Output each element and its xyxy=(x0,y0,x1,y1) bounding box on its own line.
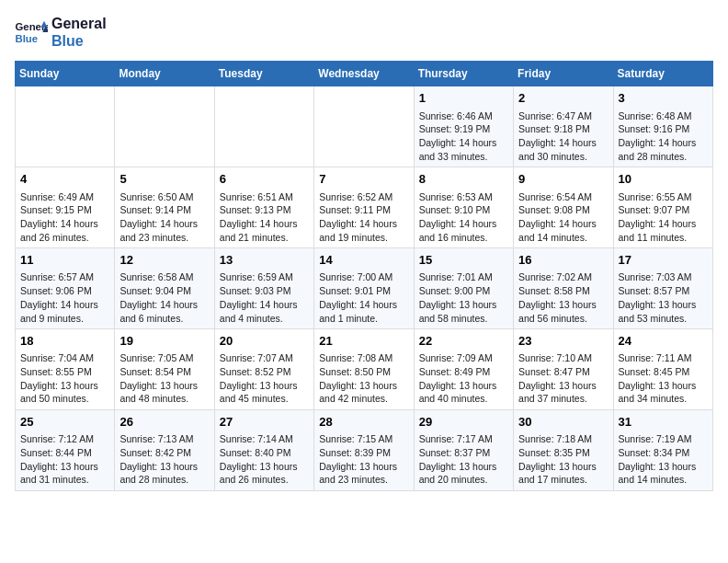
week-row-2: 11Sunrise: 6:57 AM Sunset: 9:06 PM Dayli… xyxy=(16,248,713,329)
day-info: Sunrise: 7:05 AM Sunset: 8:54 PM Dayligh… xyxy=(119,351,209,406)
day-info: Sunrise: 7:04 AM Sunset: 8:55 PM Dayligh… xyxy=(20,351,109,406)
day-cell: 27Sunrise: 7:14 AM Sunset: 8:40 PM Dayli… xyxy=(214,410,313,491)
day-info: Sunrise: 7:17 AM Sunset: 8:37 PM Dayligh… xyxy=(419,432,508,487)
day-info: Sunrise: 6:49 AM Sunset: 9:15 PM Dayligh… xyxy=(20,190,109,245)
day-number: 3 xyxy=(619,90,708,107)
day-number: 2 xyxy=(518,90,608,107)
day-info: Sunrise: 7:15 AM Sunset: 8:39 PM Dayligh… xyxy=(319,432,408,487)
week-row-3: 18Sunrise: 7:04 AM Sunset: 8:55 PM Dayli… xyxy=(16,329,713,410)
day-number: 16 xyxy=(518,252,608,269)
day-number: 7 xyxy=(319,171,408,188)
day-info: Sunrise: 6:47 AM Sunset: 9:18 PM Dayligh… xyxy=(518,109,608,164)
day-cell: 20Sunrise: 7:07 AM Sunset: 8:52 PM Dayli… xyxy=(214,329,313,410)
day-info: Sunrise: 7:13 AM Sunset: 8:42 PM Dayligh… xyxy=(119,432,209,487)
day-info: Sunrise: 7:00 AM Sunset: 9:01 PM Dayligh… xyxy=(319,270,408,325)
weekday-header-friday: Friday xyxy=(514,62,613,86)
week-row-1: 4Sunrise: 6:49 AM Sunset: 9:15 PM Daylig… xyxy=(16,167,713,248)
calendar-table: SundayMondayTuesdayWednesdayThursdayFrid… xyxy=(15,61,713,491)
day-number: 26 xyxy=(119,414,209,431)
day-info: Sunrise: 7:08 AM Sunset: 8:50 PM Dayligh… xyxy=(319,351,408,406)
day-number: 6 xyxy=(220,171,309,188)
day-cell: 19Sunrise: 7:05 AM Sunset: 8:54 PM Dayli… xyxy=(115,329,214,410)
svg-text:Blue: Blue xyxy=(16,33,39,44)
day-cell: 24Sunrise: 7:11 AM Sunset: 8:45 PM Dayli… xyxy=(613,329,712,410)
logo: General Blue General Blue xyxy=(15,15,107,50)
day-cell: 3Sunrise: 6:48 AM Sunset: 9:16 PM Daylig… xyxy=(613,86,712,167)
day-cell: 23Sunrise: 7:10 AM Sunset: 8:47 PM Dayli… xyxy=(514,329,613,410)
day-number: 25 xyxy=(20,414,109,431)
day-number: 29 xyxy=(419,414,508,431)
day-number: 13 xyxy=(220,252,309,269)
day-info: Sunrise: 6:58 AM Sunset: 9:04 PM Dayligh… xyxy=(119,270,209,325)
day-info: Sunrise: 6:46 AM Sunset: 9:19 PM Dayligh… xyxy=(419,109,508,164)
weekday-header-wednesday: Wednesday xyxy=(314,62,414,86)
day-info: Sunrise: 7:19 AM Sunset: 8:34 PM Dayligh… xyxy=(619,432,708,487)
day-number: 24 xyxy=(619,333,708,350)
day-info: Sunrise: 6:59 AM Sunset: 9:03 PM Dayligh… xyxy=(220,270,309,325)
day-cell: 22Sunrise: 7:09 AM Sunset: 8:49 PM Dayli… xyxy=(414,329,513,410)
week-row-4: 25Sunrise: 7:12 AM Sunset: 8:44 PM Dayli… xyxy=(16,410,713,491)
day-number: 28 xyxy=(319,414,408,431)
day-number: 18 xyxy=(20,333,109,350)
day-cell: 4Sunrise: 6:49 AM Sunset: 9:15 PM Daylig… xyxy=(16,167,115,248)
day-cell xyxy=(16,86,115,167)
day-number: 21 xyxy=(319,333,408,350)
day-cell: 11Sunrise: 6:57 AM Sunset: 9:06 PM Dayli… xyxy=(16,248,115,329)
page-header: General Blue General Blue xyxy=(15,15,713,50)
day-info: Sunrise: 6:50 AM Sunset: 9:14 PM Dayligh… xyxy=(119,190,209,245)
day-info: Sunrise: 6:52 AM Sunset: 9:11 PM Dayligh… xyxy=(319,190,408,245)
day-cell: 21Sunrise: 7:08 AM Sunset: 8:50 PM Dayli… xyxy=(314,329,414,410)
day-number: 31 xyxy=(619,414,708,431)
weekday-header-saturday: Saturday xyxy=(613,62,712,86)
logo-icon: General Blue xyxy=(15,19,48,45)
day-info: Sunrise: 6:54 AM Sunset: 9:08 PM Dayligh… xyxy=(518,190,608,245)
day-number: 4 xyxy=(20,171,109,188)
day-cell: 31Sunrise: 7:19 AM Sunset: 8:34 PM Dayli… xyxy=(613,410,712,491)
day-cell: 12Sunrise: 6:58 AM Sunset: 9:04 PM Dayli… xyxy=(115,248,214,329)
day-info: Sunrise: 7:11 AM Sunset: 8:45 PM Dayligh… xyxy=(619,351,708,406)
day-cell: 26Sunrise: 7:13 AM Sunset: 8:42 PM Dayli… xyxy=(115,410,214,491)
day-info: Sunrise: 7:07 AM Sunset: 8:52 PM Dayligh… xyxy=(220,351,309,406)
day-number: 9 xyxy=(518,171,608,188)
day-info: Sunrise: 6:48 AM Sunset: 9:16 PM Dayligh… xyxy=(619,109,708,164)
day-cell: 7Sunrise: 6:52 AM Sunset: 9:11 PM Daylig… xyxy=(314,167,414,248)
day-cell: 29Sunrise: 7:17 AM Sunset: 8:37 PM Dayli… xyxy=(414,410,513,491)
day-cell: 28Sunrise: 7:15 AM Sunset: 8:39 PM Dayli… xyxy=(314,410,414,491)
day-number: 12 xyxy=(119,252,209,269)
day-cell: 17Sunrise: 7:03 AM Sunset: 8:57 PM Dayli… xyxy=(613,248,712,329)
day-info: Sunrise: 6:55 AM Sunset: 9:07 PM Dayligh… xyxy=(619,190,708,245)
day-number: 8 xyxy=(419,171,508,188)
day-number: 30 xyxy=(518,414,608,431)
day-cell: 13Sunrise: 6:59 AM Sunset: 9:03 PM Dayli… xyxy=(214,248,313,329)
day-cell: 14Sunrise: 7:00 AM Sunset: 9:01 PM Dayli… xyxy=(314,248,414,329)
day-info: Sunrise: 7:02 AM Sunset: 8:58 PM Dayligh… xyxy=(518,270,608,325)
day-info: Sunrise: 7:09 AM Sunset: 8:49 PM Dayligh… xyxy=(419,351,508,406)
logo-general: General xyxy=(51,15,107,32)
day-number: 11 xyxy=(20,252,109,269)
day-info: Sunrise: 7:12 AM Sunset: 8:44 PM Dayligh… xyxy=(20,432,109,487)
day-number: 5 xyxy=(119,171,209,188)
day-number: 20 xyxy=(220,333,309,350)
day-number: 19 xyxy=(119,333,209,350)
day-cell: 8Sunrise: 6:53 AM Sunset: 9:10 PM Daylig… xyxy=(414,167,513,248)
day-cell: 30Sunrise: 7:18 AM Sunset: 8:35 PM Dayli… xyxy=(514,410,613,491)
day-cell: 10Sunrise: 6:55 AM Sunset: 9:07 PM Dayli… xyxy=(613,167,712,248)
weekday-header-sunday: Sunday xyxy=(16,62,115,86)
day-number: 27 xyxy=(220,414,309,431)
day-cell: 16Sunrise: 7:02 AM Sunset: 8:58 PM Dayli… xyxy=(514,248,613,329)
day-number: 23 xyxy=(518,333,608,350)
day-info: Sunrise: 7:03 AM Sunset: 8:57 PM Dayligh… xyxy=(619,270,708,325)
day-info: Sunrise: 7:10 AM Sunset: 8:47 PM Dayligh… xyxy=(518,351,608,406)
week-row-0: 1Sunrise: 6:46 AM Sunset: 9:19 PM Daylig… xyxy=(16,86,713,167)
day-info: Sunrise: 7:01 AM Sunset: 9:00 PM Dayligh… xyxy=(419,270,508,325)
logo-blue: Blue xyxy=(51,32,107,50)
weekday-header-monday: Monday xyxy=(115,62,214,86)
day-cell: 15Sunrise: 7:01 AM Sunset: 9:00 PM Dayli… xyxy=(414,248,513,329)
weekday-header-tuesday: Tuesday xyxy=(214,62,313,86)
day-cell: 2Sunrise: 6:47 AM Sunset: 9:18 PM Daylig… xyxy=(514,86,613,167)
day-cell: 6Sunrise: 6:51 AM Sunset: 9:13 PM Daylig… xyxy=(214,167,313,248)
day-cell: 1Sunrise: 6:46 AM Sunset: 9:19 PM Daylig… xyxy=(414,86,513,167)
day-number: 1 xyxy=(419,90,508,107)
weekday-header-row: SundayMondayTuesdayWednesdayThursdayFrid… xyxy=(16,62,713,86)
day-cell: 9Sunrise: 6:54 AM Sunset: 9:08 PM Daylig… xyxy=(514,167,613,248)
